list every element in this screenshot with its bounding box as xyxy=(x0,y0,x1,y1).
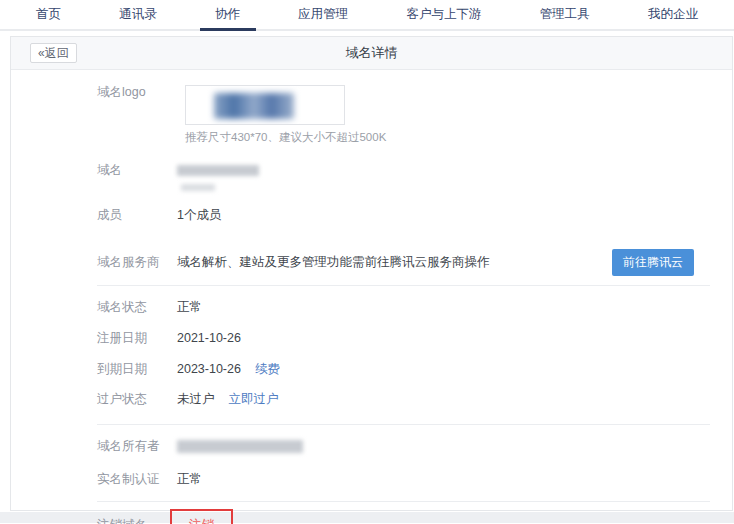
provider-description: 域名解析、建站及更多管理功能需前往腾讯云服务商操作 xyxy=(177,255,490,270)
back-button[interactable]: «返回 xyxy=(30,43,77,63)
row-expire-date: 到期日期 2023-10-26 续费 xyxy=(97,362,710,377)
owner-value xyxy=(177,439,303,457)
domain-logo-label: 域名logo xyxy=(97,85,177,100)
expire-date-label: 到期日期 xyxy=(97,362,177,377)
row-members: 成员 1个成员 xyxy=(97,208,710,223)
transfer-status-label: 过户状态 xyxy=(97,392,177,407)
row-domain-logo: 域名logo 推荐尺寸430*70、建议大小不超过500K xyxy=(97,85,710,145)
transfer-now-link[interactable]: 立即过户 xyxy=(229,392,279,407)
top-navigation: 首页 通讯录 协作 应用管理 客户与上下游 管理工具 我的企业 xyxy=(0,0,734,31)
realname-value: 正常 xyxy=(177,472,202,487)
row-domain-name: 域名 xyxy=(97,163,710,195)
domain-name-redacted xyxy=(177,165,259,176)
expire-date-value: 2023-10-26 xyxy=(177,362,241,377)
nav-item-app-management[interactable]: 应用管理 xyxy=(292,0,354,29)
deregister-link[interactable]: 注销 xyxy=(189,518,214,524)
panel-header: «返回 域名详情 xyxy=(11,37,732,70)
register-date-label: 注册日期 xyxy=(97,331,177,346)
owner-label: 域名所有者 xyxy=(97,439,177,454)
divider xyxy=(97,501,710,502)
owner-redacted xyxy=(177,440,303,453)
register-date-value: 2021-10-26 xyxy=(177,331,241,346)
nav-item-home[interactable]: 首页 xyxy=(30,0,67,29)
domain-logo-hint: 推荐尺寸430*70、建议大小不超过500K xyxy=(185,130,386,145)
divider xyxy=(97,424,710,425)
nav-item-contacts[interactable]: 通讯录 xyxy=(113,0,163,29)
domain-status-label: 域名状态 xyxy=(97,300,177,315)
nav-item-my-company[interactable]: 我的企业 xyxy=(642,0,704,29)
deregister-label: 注销域名 xyxy=(97,518,177,524)
provider-label: 域名服务商 xyxy=(97,255,177,270)
domain-name-redacted-2 xyxy=(181,184,215,191)
realname-label: 实名制认证 xyxy=(97,472,177,487)
row-register-date: 注册日期 2021-10-26 xyxy=(97,331,710,346)
nav-item-admin-tools[interactable]: 管理工具 xyxy=(534,0,596,29)
domain-logo-field: 推荐尺寸430*70、建议大小不超过500K xyxy=(177,85,386,145)
row-provider: 域名服务商 域名解析、建站及更多管理功能需前往腾讯云服务商操作 前往腾讯云 xyxy=(97,249,710,276)
page-title: 域名详情 xyxy=(346,44,398,62)
renew-link[interactable]: 续费 xyxy=(255,362,280,377)
domain-name-label: 域名 xyxy=(97,163,177,178)
nav-item-customers[interactable]: 客户与上下游 xyxy=(401,0,488,29)
domain-name-value xyxy=(177,163,259,195)
divider xyxy=(97,285,710,286)
members-value: 1个成员 xyxy=(177,208,221,223)
domain-logo-redacted xyxy=(214,93,294,119)
row-transfer-status: 过户状态 未过户 立即过户 xyxy=(97,392,710,407)
domain-detail-panel: «返回 域名详情 域名logo 推荐尺寸430*70、建议大小不超过500K 域… xyxy=(10,36,733,511)
row-owner: 域名所有者 xyxy=(97,439,710,457)
domain-logo-image[interactable] xyxy=(185,85,345,125)
row-domain-status: 域名状态 正常 xyxy=(97,300,710,315)
domain-status-value: 正常 xyxy=(177,300,202,315)
deregister-highlight-box: 注销 xyxy=(170,509,233,524)
transfer-status-value: 未过户 xyxy=(177,392,215,407)
goto-tencent-cloud-button[interactable]: 前往腾讯云 xyxy=(612,249,694,276)
members-label: 成员 xyxy=(97,208,177,223)
domain-detail-form: 域名logo 推荐尺寸430*70、建议大小不超过500K 域名 成员 1个成员… xyxy=(11,70,732,524)
row-realname: 实名制认证 正常 xyxy=(97,472,710,487)
nav-item-collaboration[interactable]: 协作 xyxy=(209,0,246,29)
